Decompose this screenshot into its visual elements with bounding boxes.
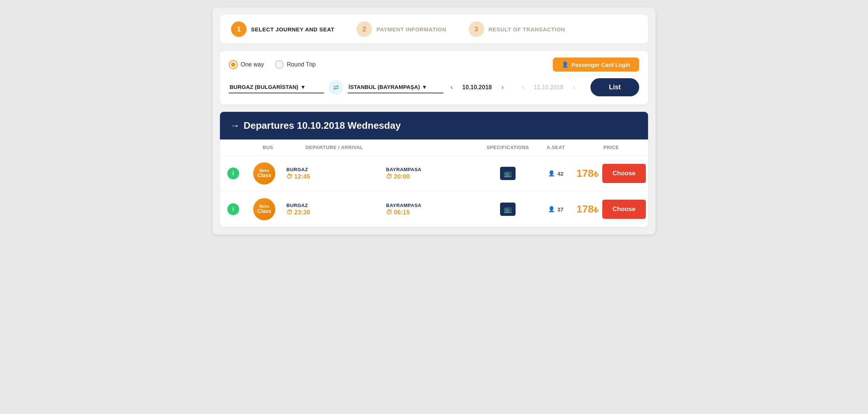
- spec-icon-2: 📺: [486, 203, 530, 216]
- departure-info-2: BURGAZ ⏱ 23:30: [286, 203, 382, 216]
- to-time-2: ⏱ 06:15: [386, 209, 421, 216]
- spec-icon-1: 📺: [486, 167, 530, 180]
- from-city-name-1: BURGAZ: [286, 167, 310, 172]
- step-2: 2 PAYMENT INFORMATION: [356, 21, 446, 37]
- return-date-nav: ‹ 11.10.2018 ›: [519, 82, 586, 93]
- info-icon-1[interactable]: i: [227, 168, 239, 179]
- passenger-card-login-button[interactable]: 👤 Passenger Card Login: [553, 58, 639, 72]
- search-bar: One way Round Trip 👤 Passenger Card Logi…: [220, 51, 648, 104]
- step-3-label: RESULT OF TRANSACTION: [489, 26, 565, 32]
- return-date-next-button[interactable]: ›: [570, 82, 578, 93]
- one-way-radio[interactable]: [229, 60, 238, 69]
- to-city-time-1: BAYRAMPASA ⏱ 20:00: [386, 167, 421, 180]
- table-row: i MetroClass BURGAZ ⏱ 23:30 BAYRAMPASA ⏱: [220, 192, 648, 227]
- date-prev-button[interactable]: ‹: [448, 82, 456, 93]
- steps-bar: 1 SELECT JOURNEY AND SEAT 2 PAYMENT INFO…: [220, 15, 648, 44]
- seat-count-2: 37: [557, 206, 564, 213]
- departure-date-nav: ‹ 10.10.2018 ›: [448, 82, 515, 93]
- person-icon-2: 👤: [548, 206, 555, 213]
- passenger-btn-label: Passenger Card Login: [572, 62, 630, 68]
- tv-icon-2: 📺: [500, 203, 516, 216]
- bus-logo-1: MetroClass: [253, 162, 275, 184]
- to-city-name-1: BAYRAMPASA: [386, 167, 421, 172]
- search-inputs-row: BURGAZ (BULGARİSTAN) ▾ ⇄ İSTANBUL (BAYRA…: [229, 78, 639, 96]
- price-choose-1: 178₺ Choose: [582, 164, 641, 183]
- person-icon-1: 👤: [548, 170, 555, 177]
- seat-count-1: 42: [557, 170, 564, 177]
- price-choose-2: 178₺ Choose: [582, 200, 641, 219]
- col-empty-2: [386, 145, 482, 150]
- from-city-time-1: BURGAZ ⏱ 12:45: [286, 167, 310, 180]
- to-city-select[interactable]: İSTANBUL (BAYRAMPAŞA) ▾: [348, 82, 443, 93]
- round-trip-radio[interactable]: [275, 60, 284, 69]
- main-container: 1 SELECT JOURNEY AND SEAT 2 PAYMENT INFO…: [213, 7, 655, 234]
- arrival-info-2: BAYRAMPASA ⏱ 06:15: [386, 203, 482, 216]
- clock-icon-4: ⏱: [386, 209, 392, 216]
- user-icon: 👤: [562, 61, 569, 68]
- arrival-info-1: BAYRAMPASA ⏱ 20:00: [386, 167, 482, 180]
- step-1-circle: 1: [231, 21, 247, 37]
- round-trip-label: Round Trip: [287, 61, 316, 68]
- clock-icon-2: ⏱: [386, 173, 392, 180]
- step-2-label: PAYMENT INFORMATION: [376, 26, 446, 32]
- swap-cities-button[interactable]: ⇄: [328, 80, 343, 95]
- departure-date: 10.10.2018: [459, 84, 496, 91]
- dropdown-arrow-icon: ▾: [302, 84, 304, 90]
- column-headers: BUS DEPARTURE / ARRIVAL SPECIFICATIONS A…: [220, 139, 648, 156]
- round-trip-option[interactable]: Round Trip: [275, 60, 316, 69]
- departure-info-1: BURGAZ ⏱ 12:45: [286, 167, 382, 180]
- clock-icon-3: ⏱: [286, 209, 293, 216]
- col-specifications: SPECIFICATIONS: [486, 145, 530, 150]
- step-1-label: SELECT JOURNEY AND SEAT: [251, 26, 334, 32]
- bus-logo-2: MetroClass: [253, 198, 275, 220]
- col-price: PRICE: [582, 145, 641, 150]
- col-bus: BUS: [253, 145, 283, 150]
- seat-info-1: 👤 42: [534, 170, 578, 177]
- col-departure-arrival: DEPARTURE / ARRIVAL: [286, 145, 382, 150]
- departures-header: → Departures 10.10.2018 Wednesday: [220, 112, 648, 139]
- price-2: 178₺: [576, 203, 599, 215]
- choose-button-2[interactable]: Choose: [602, 200, 646, 219]
- clock-icon-1: ⏱: [286, 173, 293, 180]
- from-time-2: ⏱ 23:30: [286, 209, 310, 216]
- to-city-time-2: BAYRAMPASA ⏱ 06:15: [386, 203, 421, 216]
- one-way-label: One way: [241, 61, 264, 68]
- price-1: 178₺: [576, 168, 599, 179]
- to-city-name-2: BAYRAMPASA: [386, 203, 421, 208]
- to-time-1: ⏱ 20:00: [386, 173, 421, 180]
- date-next-button[interactable]: ›: [499, 82, 507, 93]
- dropdown-arrow-icon-2: ▾: [423, 84, 426, 90]
- seat-info-2: 👤 37: [534, 206, 578, 213]
- trip-type-row: One way Round Trip 👤 Passenger Card Logi…: [229, 58, 639, 72]
- results-container: → Departures 10.10.2018 Wednesday BUS DE…: [220, 112, 648, 227]
- arrow-icon: →: [230, 120, 240, 131]
- col-a-seat: A.SEAT: [534, 145, 578, 150]
- from-time-1: ⏱ 12:45: [286, 173, 310, 180]
- step-3-circle: 3: [469, 21, 484, 37]
- from-city-time-2: BURGAZ ⏱ 23:30: [286, 203, 310, 216]
- departures-title: Departures 10.10.2018 Wednesday: [244, 120, 401, 131]
- one-way-option[interactable]: One way: [229, 60, 264, 69]
- step-3: 3 RESULT OF TRANSACTION: [469, 21, 565, 37]
- step-2-circle: 2: [356, 21, 372, 37]
- step-1: 1 SELECT JOURNEY AND SEAT: [231, 21, 334, 37]
- table-row: i MetroClass BURGAZ ⏱ 12:45 BAYRAMPASA ⏱: [220, 156, 648, 192]
- info-icon-2[interactable]: i: [227, 203, 239, 215]
- return-date: 11.10.2018: [530, 84, 567, 91]
- from-city-name-2: BURGAZ: [286, 203, 310, 208]
- swap-icon: ⇄: [333, 83, 339, 92]
- col-empty-1: [227, 145, 249, 150]
- choose-button-1[interactable]: Choose: [602, 164, 646, 183]
- list-button[interactable]: List: [590, 78, 639, 96]
- return-date-prev-button[interactable]: ‹: [519, 82, 527, 93]
- from-city-select[interactable]: BURGAZ (BULGARİSTAN) ▾: [229, 82, 324, 93]
- tv-icon-1: 📺: [500, 167, 516, 180]
